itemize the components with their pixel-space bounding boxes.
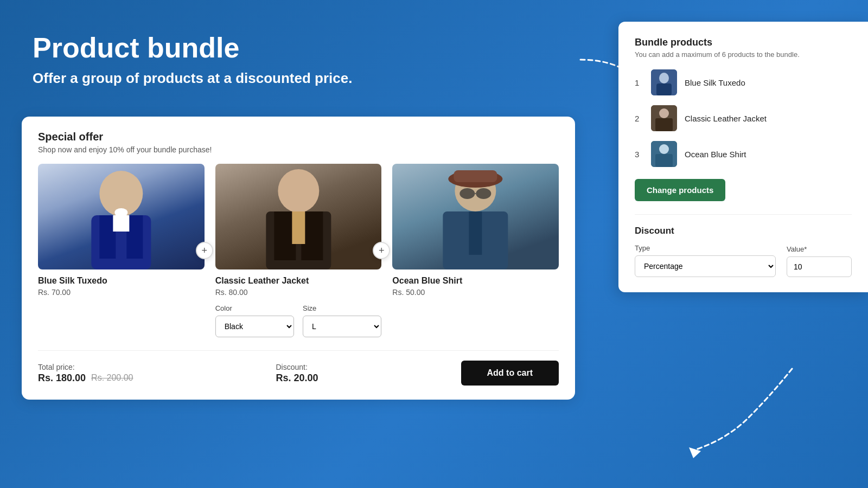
discount-title: Discount [635,226,852,236]
product-price-tuxedo: Rs. 70.00 [38,288,205,297]
hero-title: Product bundle [33,33,352,63]
svg-rect-4 [656,84,672,95]
product-image-jacket [215,164,382,269]
svg-point-16 [114,208,127,217]
list-item: 1 Blue Silk Tuxedo [635,69,852,95]
card-header: Special offer Shop now and enjoy 10% off… [38,131,559,154]
plus-icon: + [373,242,390,259]
svg-point-17 [278,169,319,213]
panel-title: Bundle products [635,37,852,48]
total-current-price: Rs. 180.00 [38,373,86,384]
product-number: 1 [635,78,643,87]
svg-rect-24 [469,211,482,255]
offer-title: Special offer [38,131,559,143]
size-variant-group: Size S M L XL [303,304,381,337]
svg-point-6 [659,108,669,118]
product-price-shirt: Rs. 50.00 [392,288,559,297]
product-thumbnail [651,69,677,95]
product-image-tuxedo [38,164,205,269]
product-price-jacket: Rs. 80.00 [215,288,382,297]
product-item-shirt: Ocean Blue Shirt Rs. 50.00 [381,164,559,337]
discount-section: Discount Type Percentage Fixed Amount Va… [635,214,852,277]
discount-value-input[interactable] [787,256,852,277]
panel-product-list: 1 Blue Silk Tuxedo 2 Classic Leather Jac… [635,69,852,167]
svg-rect-15 [113,215,129,232]
svg-point-3 [659,73,669,84]
total-label: Total price: [38,363,133,371]
product-name: Ocean Blue Shirt [685,150,746,159]
discount-value-field: Value* [787,245,852,277]
svg-point-9 [659,144,669,154]
bundle-panel: Bundle products You can add a maximum of… [618,22,868,292]
size-select[interactable]: S M L XL [303,316,381,337]
discount-type-field: Type Percentage Fixed Amount [635,244,776,277]
discount-type-select[interactable]: Percentage Fixed Amount [635,255,776,277]
hero-section: Product bundle Offer a group of products… [33,33,352,87]
product-name: Classic Leather Jacket [685,114,767,123]
color-select[interactable]: Black Brown White [215,316,294,337]
svg-rect-10 [655,154,673,167]
color-label: Color [215,304,294,312]
product-thumbnail [651,141,677,167]
offer-subtitle: Shop now and enjoy 10% off your bundle p… [38,145,559,154]
discount-row: Type Percentage Fixed Amount Value* [635,244,852,277]
discount-section: Discount: Rs. 20.00 [276,363,318,384]
variant-row: Color Black Brown White Size S M L XL [215,304,382,337]
change-products-button[interactable]: Change products [635,179,725,201]
total-original-price: Rs. 200.00 [91,373,133,383]
discount-value: Rs. 20.00 [276,373,318,384]
hero-subtitle: Offer a group of products at a discounte… [33,70,352,87]
total-price-section: Total price: Rs. 180.00 Rs. 200.00 [38,363,133,384]
svg-rect-21 [292,211,305,244]
plus-icon: + [196,242,213,259]
discount-label: Discount: [276,363,318,371]
color-variant-group: Color Black Brown White [215,304,294,337]
product-name: Blue Silk Tuxedo [685,78,745,87]
product-image-shirt [392,164,559,269]
products-grid: Blue Silk Tuxedo Rs. 70.00 + Classic Lea… [38,164,559,337]
svg-rect-7 [655,118,673,131]
svg-point-28 [476,188,492,199]
panel-subtitle: You can add a maximum of 6 products to t… [635,50,852,59]
product-name-shirt: Ocean Blue Shirt [392,276,559,286]
store-product-card: Special offer Shop now and enjoy 10% off… [22,117,575,400]
card-footer: Total price: Rs. 180.00 Rs. 200.00 Disco… [38,350,559,386]
product-item-jacket: Classic Leather Jacket Rs. 80.00 Color B… [205,164,382,337]
product-item-tuxedo: Blue Silk Tuxedo Rs. 70.00 + [38,164,205,337]
size-label: Size [303,304,381,312]
total-prices: Rs. 180.00 Rs. 200.00 [38,373,133,384]
svg-point-27 [460,188,475,199]
product-number: 3 [635,150,643,159]
list-item: 3 Ocean Blue Shirt [635,141,852,167]
product-thumbnail [651,105,677,131]
product-name-jacket: Classic Leather Jacket [215,276,382,286]
svg-rect-26 [454,170,497,182]
list-item: 2 Classic Leather Jacket [635,105,852,131]
discount-value-label: Value* [787,245,852,253]
add-to-cart-button[interactable]: Add to cart [461,361,559,386]
discount-type-label: Type [635,244,776,252]
product-number: 2 [635,114,643,123]
product-name-tuxedo: Blue Silk Tuxedo [38,276,205,286]
